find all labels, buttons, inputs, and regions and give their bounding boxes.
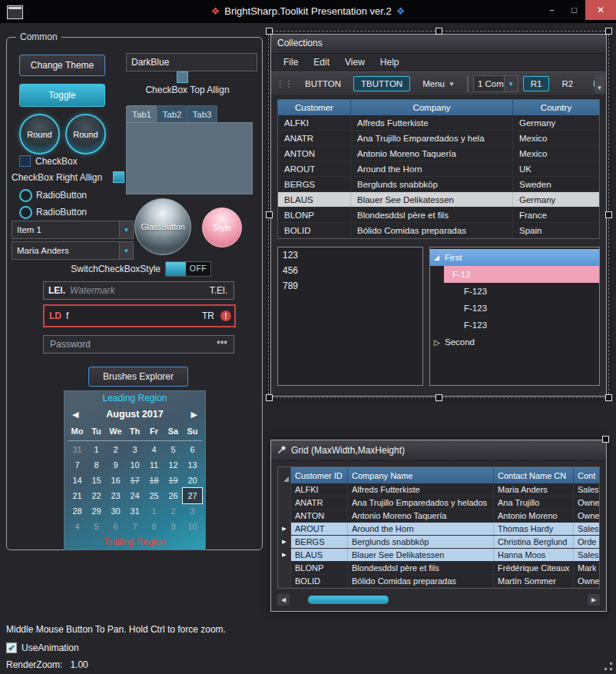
item-combobox[interactable]: Item 1 ▼ — [12, 221, 134, 239]
calendar-date[interactable]: 1 — [144, 503, 164, 519]
cell-customer-id[interactable]: ANTON — [291, 510, 348, 522]
calendar-date[interactable]: 8 — [144, 519, 164, 534]
cell-customer[interactable]: BERGS — [278, 177, 351, 191]
calendar-date[interactable]: 26 — [164, 488, 183, 503]
calendar-date[interactable]: 16 — [106, 473, 125, 488]
scroll-right-icon[interactable]: ▶ — [588, 596, 600, 603]
toolbar-menu-button[interactable]: Menu▼ — [415, 76, 462, 91]
column-header-contact-name[interactable]: Contact Name CN — [494, 467, 574, 483]
toolbar-grip[interactable]: ⋮⋮ — [276, 78, 293, 89]
chevron-down-icon[interactable]: ▼ — [504, 76, 518, 91]
calendar-month-header[interactable]: August 2017 — [106, 409, 163, 420]
select-all-corner[interactable] — [278, 467, 291, 483]
resize-grip[interactable] — [604, 662, 612, 670]
calendar-date[interactable]: 31 — [68, 442, 87, 457]
cell-contact-title[interactable]: Orde — [574, 536, 599, 548]
selection-handle[interactable] — [266, 28, 273, 35]
calendar-date[interactable]: 6 — [183, 442, 202, 457]
cell-company[interactable]: Berglunds snabbköp — [351, 177, 513, 191]
row-header[interactable] — [278, 562, 291, 574]
list-item[interactable]: 123 — [278, 247, 422, 263]
column-header-country[interactable]: Country — [513, 100, 599, 115]
minimize-button[interactable]: − — [541, 0, 563, 20]
grid-window-titlebar[interactable]: Grid (MaxWidth,MaxHeight) — [271, 440, 606, 461]
cell-company[interactable]: Around the Horn — [351, 161, 513, 176]
column-header-company-name[interactable]: Company Name — [348, 467, 494, 483]
cell-company-name[interactable]: Blauer See Delikatessen — [348, 549, 494, 561]
calendar-date[interactable]: 29 — [87, 503, 106, 519]
table-row-selected[interactable]: BLAUSBlauer See DelikatessenGermany — [278, 192, 599, 208]
cell-customer-id[interactable]: BOLID — [291, 575, 348, 587]
cell-contact-title[interactable]: Sales — [574, 523, 599, 535]
selection-handle[interactable] — [605, 211, 612, 218]
round-button[interactable]: Round — [19, 114, 60, 154]
table-row-selected[interactable]: ▶AROUTAround the HornThomas HardySales — [278, 523, 599, 536]
calendar-date[interactable]: 22 — [87, 488, 106, 503]
cell-company-name[interactable]: Alfreds Futterkiste — [348, 483, 494, 496]
cell-customer[interactable]: ALFKI — [278, 115, 351, 130]
table-row[interactable]: ALFKIAlfreds FutterkisteGermany — [278, 115, 599, 131]
table-row[interactable]: ANTONAntonio Moreno TaqueríaAntonio More… — [278, 510, 599, 523]
calendar-date[interactable]: 23 — [106, 488, 125, 503]
theme-textbox[interactable]: DarkBlue — [126, 53, 257, 71]
table-row-selected[interactable]: ▶BLAUSBlauer See DelikatessenHanna MoosS… — [278, 549, 599, 562]
calendar-date[interactable]: 10 — [125, 457, 144, 473]
table-row[interactable]: AROUTAround the HornUK — [278, 161, 599, 177]
list-item[interactable]: 789 — [278, 278, 422, 294]
cell-contact-title[interactable]: Sales — [574, 483, 599, 496]
calendar-date[interactable]: 9 — [164, 519, 183, 534]
maximize-button[interactable]: □ — [563, 0, 585, 20]
calendar-date[interactable]: 7 — [125, 519, 144, 534]
cell-company-name[interactable]: Antonio Moreno Taquería — [348, 510, 494, 522]
column-header-customer-id[interactable]: Customer ID — [291, 467, 348, 483]
cell-contact-name[interactable]: Thomas Hardy — [494, 523, 574, 535]
checkbox-top-align[interactable] — [177, 71, 188, 83]
close-button[interactable]: ✕ — [585, 0, 616, 20]
column-header-company[interactable]: Company — [351, 100, 513, 115]
tab-tab1[interactable]: Tab1 — [126, 105, 157, 123]
selection-handle[interactable] — [266, 394, 273, 401]
cell-contact-title[interactable]: Owne — [574, 575, 599, 587]
selection-handle[interactable] — [605, 28, 612, 35]
cell-contact-name[interactable]: Martín Sommer — [494, 575, 574, 587]
password-box[interactable]: Password *** — [43, 335, 234, 354]
calendar-next-button[interactable]: ▶ — [191, 410, 197, 420]
menu-help[interactable]: Help — [373, 55, 407, 69]
scrollbar-thumb[interactable] — [308, 596, 389, 604]
calendar-date[interactable]: 4 — [144, 442, 164, 457]
row-header[interactable] — [278, 483, 291, 496]
cell-customer[interactable]: BLAUS — [278, 192, 351, 207]
toggle-button[interactable]: Toggle — [19, 84, 105, 107]
calendar-date[interactable]: 15 — [87, 473, 106, 488]
table-row[interactable]: BLONPBlondesddsl père et filsFrédérique … — [278, 562, 599, 575]
table-row[interactable]: BOLIDBólido Comidas preparadasSpain — [278, 223, 599, 238]
cell-customer[interactable]: ANATR — [278, 131, 351, 145]
calendar-date[interactable]: 4 — [68, 519, 87, 534]
tab-tab3[interactable]: Tab3 — [187, 105, 217, 123]
calendar-date[interactable]: 9 — [106, 457, 125, 473]
cell-company[interactable]: Blauer See Delikatessen — [351, 192, 513, 207]
horizontal-scrollbar[interactable]: ◀ ▶ — [277, 594, 600, 606]
column-header-customer[interactable]: Customer — [278, 100, 351, 115]
cell-country[interactable]: Germany — [513, 192, 599, 207]
name-combobox[interactable]: Maria Anders ▼ — [12, 241, 134, 260]
chevron-down-icon[interactable]: ▼ — [119, 242, 133, 259]
cell-contact-name[interactable]: Christina Berglund — [494, 536, 574, 548]
calendar-date[interactable]: 30 — [106, 503, 125, 519]
cell-country[interactable]: UK — [513, 161, 599, 176]
cell-customer[interactable]: ANTON — [278, 146, 351, 161]
cell-country[interactable]: Sweden — [513, 177, 599, 191]
cell-contact-name[interactable]: Antonio Moreno — [494, 510, 574, 522]
cell-company-name[interactable]: Bólido Comidas preparadas — [348, 575, 494, 587]
collections-titlebar[interactable]: Collections — [271, 35, 606, 54]
change-theme-button[interactable]: Change Theme — [19, 55, 105, 76]
toolbar-combobox[interactable]: 1 Com ▼ — [473, 75, 518, 92]
cell-customer[interactable]: AROUT — [278, 161, 351, 176]
cell-contact-title[interactable]: Sales — [574, 549, 599, 561]
row-header[interactable]: ▶ — [278, 536, 291, 548]
cell-company[interactable]: Antonio Moreno Taquería — [351, 146, 513, 161]
row-header[interactable] — [278, 496, 291, 509]
calendar-date[interactable]: 6 — [106, 519, 125, 534]
menu-edit[interactable]: Edit — [306, 55, 337, 69]
selection-handle[interactable] — [605, 394, 612, 401]
